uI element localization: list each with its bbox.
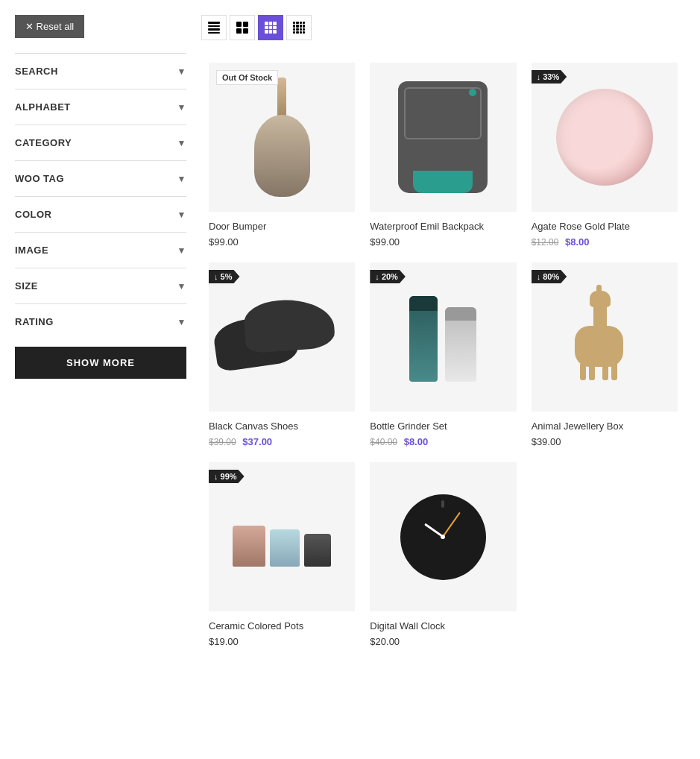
filter-label-search: SEARCH (15, 66, 58, 77)
filter-section-woo-tag: WOO TAG ▼ (15, 160, 186, 196)
chevron-down-icon: ▼ (177, 317, 186, 327)
filter-header-search[interactable]: SEARCH ▼ (15, 54, 186, 89)
product-image-black-shoes: ↓ 5% (209, 262, 355, 412)
grid-4-view-button[interactable] (286, 15, 312, 40)
grid-2-view-button[interactable] (230, 15, 255, 40)
filter-header-category[interactable]: CATEGORY ▼ (15, 125, 186, 160)
filter-label-color: COLOR (15, 209, 51, 220)
grid-3-view-button[interactable] (258, 15, 283, 40)
product-card-ceramic-pots[interactable]: ↓ 99% Ceramic Colored Pots $19.00 (201, 455, 362, 655)
chevron-down-icon: ▼ (177, 138, 186, 148)
chevron-down-icon: ▼ (177, 102, 186, 113)
product-name-animal-jewellery: Animal Jewellery Box (532, 421, 678, 432)
product-card-waterproof-backpack[interactable]: Waterproof Emil Backpack $99.00 (362, 55, 523, 255)
filter-label-rating: RATING (15, 316, 54, 327)
product-name-black-shoes: Black Canvas Shoes (209, 421, 355, 432)
filter-section-color: COLOR ▼ (15, 196, 186, 232)
product-price: $12.00 $8.00 (532, 236, 678, 248)
filter-section-size: SIZE ▼ (15, 268, 186, 303)
chevron-down-icon: ▼ (177, 281, 186, 292)
filter-header-rating[interactable]: RATING ▼ (15, 304, 186, 339)
out-of-stock-badge: Out Of Stock (216, 70, 278, 85)
product-image-ceramic-pots: ↓ 99% (209, 462, 355, 611)
product-card-black-shoes[interactable]: ↓ 5% Black Canvas Shoes $39.00 $37.00 (201, 255, 362, 455)
filter-header-size[interactable]: SIZE ▼ (15, 268, 186, 303)
discount-badge: ↓ 5% (209, 270, 239, 283)
product-image-waterproof-backpack (370, 63, 516, 212)
filter-label-category: CATEGORY (15, 137, 72, 148)
main-content: Out Of Stock Door Bumper $99.00 Waterpro… (201, 15, 685, 655)
product-image-animal-jewellery: ↓ 80% (532, 262, 678, 412)
discount-badge: ↓ 20% (370, 270, 406, 283)
view-toolbar (201, 15, 685, 40)
sale-price: $37.00 (242, 436, 272, 447)
filter-label-image: IMAGE (15, 245, 48, 256)
sidebar: ✕ Reset all SEARCH ▼ ALPHABET ▼ CATEGORY… (15, 15, 186, 655)
product-grid: Out Of Stock Door Bumper $99.00 Waterpro… (201, 55, 685, 655)
product-card-door-bumper[interactable]: Out Of Stock Door Bumper $99.00 (201, 55, 362, 255)
product-name-ceramic-pots: Ceramic Colored Pots (209, 620, 355, 632)
filter-section-search: SEARCH ▼ (15, 53, 186, 89)
filter-label-size: SIZE (15, 280, 38, 292)
filter-header-alphabet[interactable]: ALPHABET ▼ (15, 89, 186, 125)
product-image-agate-plate: ↓ 33% (532, 63, 678, 212)
filter-section-category: CATEGORY ▼ (15, 125, 186, 160)
original-price: $39.00 (209, 437, 236, 447)
filter-section-alphabet: ALPHABET ▼ (15, 89, 186, 125)
product-card-animal-jewellery[interactable]: ↓ 80% Animal Jewellery Box $39.00 (524, 255, 685, 455)
filter-section-rating: RATING ▼ (15, 303, 186, 339)
product-image-digital-clock (370, 462, 516, 611)
product-name-bottle-grinder: Bottle Grinder Set (370, 421, 516, 432)
product-price: $40.00 $8.00 (370, 436, 516, 447)
product-name-door-bumper: Door Bumper (209, 221, 355, 232)
product-price: $19.00 (209, 636, 355, 647)
product-price: $99.00 (370, 236, 516, 248)
product-price: $39.00 (532, 436, 678, 447)
discount-badge: ↓ 80% (532, 270, 567, 283)
sale-price: $8.00 (565, 236, 590, 248)
chevron-down-icon: ▼ (177, 210, 186, 220)
product-card-bottle-grinder[interactable]: ↓ 20% Bottle Grinder Set $40.00 $8.00 (362, 255, 523, 455)
sale-price: $8.00 (404, 436, 429, 447)
original-price: $40.00 (370, 437, 397, 447)
filter-header-color[interactable]: COLOR ▼ (15, 197, 186, 232)
filter-label-woo-tag: WOO TAG (15, 173, 64, 184)
filter-label-alphabet: ALPHABET (15, 101, 71, 113)
product-image-bottle-grinder: ↓ 20% (370, 262, 516, 412)
filter-header-woo-tag[interactable]: WOO TAG ▼ (15, 161, 186, 196)
product-card-agate-plate[interactable]: ↓ 33% Agate Rose Gold Plate $12.00 $8.00 (524, 55, 685, 255)
chevron-down-icon: ▼ (177, 174, 186, 184)
reset-all-button[interactable]: ✕ Reset all (15, 15, 84, 38)
discount-badge: ↓ 99% (209, 470, 245, 483)
product-name-waterproof-backpack: Waterproof Emil Backpack (370, 221, 516, 232)
product-name-digital-clock: Digital Wall Clock (370, 620, 516, 632)
product-image-door-bumper: Out Of Stock (209, 63, 355, 212)
list-view-button[interactable] (201, 15, 227, 40)
chevron-down-icon: ▼ (177, 66, 186, 77)
product-price: $99.00 (209, 236, 355, 248)
filter-header-image[interactable]: IMAGE ▼ (15, 233, 186, 268)
filter-section-image: IMAGE ▼ (15, 232, 186, 268)
chevron-down-icon: ▼ (177, 245, 186, 256)
product-card-digital-clock[interactable]: Digital Wall Clock $20.00 (362, 455, 523, 655)
product-price: $20.00 (370, 636, 516, 647)
product-price: $39.00 $37.00 (209, 436, 355, 447)
show-more-button[interactable]: SHOW MORE (15, 347, 186, 379)
original-price: $12.00 (532, 237, 559, 248)
discount-badge: ↓ 33% (532, 70, 567, 84)
product-name-agate-plate: Agate Rose Gold Plate (532, 221, 678, 232)
filters-container: SEARCH ▼ ALPHABET ▼ CATEGORY ▼ WOO TAG ▼… (15, 53, 186, 339)
